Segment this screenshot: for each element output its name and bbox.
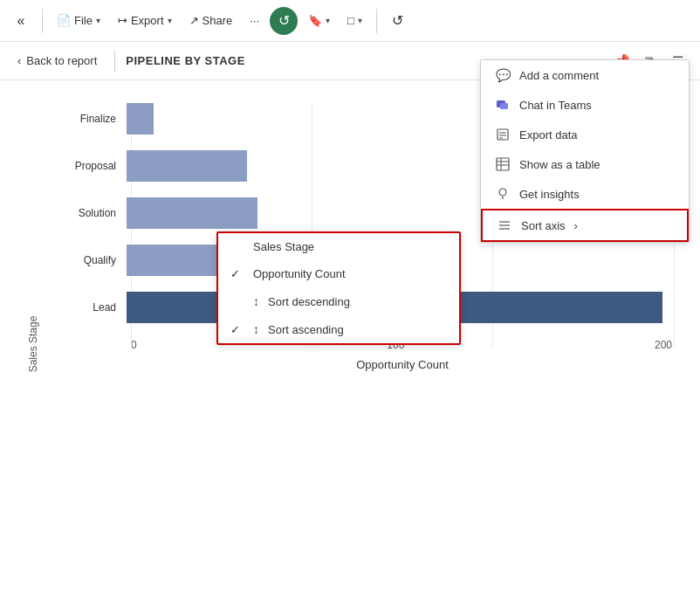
export-chevron-icon: ▾	[168, 16, 172, 25]
toolbar: « 📄 File ▾ ↦ Export ▾ ↗ Share ··· ↺ 🔖 ▾ …	[0, 0, 700, 42]
back-to-report-btn[interactable]: ‹ Back to report	[10, 51, 104, 71]
refresh-btn[interactable]: ↺	[270, 7, 298, 35]
x-axis-label: Opportunity Count	[131, 358, 674, 371]
sort-descending-label: Sort descending	[268, 295, 350, 308]
toolbar-separator-1	[42, 9, 43, 33]
bookmark-btn[interactable]: 🔖 ▾	[301, 10, 337, 31]
sort-axis-icon	[497, 218, 512, 232]
share-icon: ↗	[189, 14, 199, 27]
add-comment-label: Add a comment	[519, 69, 599, 82]
more-btn[interactable]: ···	[243, 10, 266, 31]
chat-teams-icon	[495, 98, 511, 112]
show-table-icon	[495, 157, 511, 171]
context-export-data[interactable]: Export data	[481, 120, 689, 149]
file-chevron-icon: ▾	[96, 16, 100, 25]
sort-menu-item-sales-stage[interactable]: Sales Stage	[218, 233, 459, 260]
share-btn[interactable]: ↗ Share	[182, 10, 240, 31]
bar-label-qualify: Qualify	[65, 254, 127, 266]
sort-asc-icon: ↕	[253, 322, 259, 336]
bar-label-proposal: Proposal	[65, 160, 127, 172]
bar-fill-proposal	[127, 150, 247, 182]
bar-label-lead: Lead	[65, 301, 127, 314]
bar-fill-finalize	[127, 103, 154, 135]
svg-rect-1	[500, 103, 508, 109]
bar-label-solution: Solution	[65, 207, 127, 219]
context-add-comment[interactable]: 💬 Add a comment	[481, 60, 689, 90]
sort-menu: Sales Stage ✓ Opportunity Count ↕ Sort d…	[216, 231, 461, 345]
show-table-label: Show as a table	[519, 158, 600, 171]
sales-stage-label: Sales Stage	[253, 240, 314, 253]
check-ascending: ✓	[230, 323, 244, 336]
file-btn[interactable]: 📄 File ▾	[50, 10, 107, 31]
context-get-insights[interactable]: Get insights	[481, 179, 689, 209]
export-btn[interactable]: ↦ Export ▾	[111, 10, 179, 31]
context-chat-teams[interactable]: Chat in Teams	[481, 90, 689, 120]
opportunity-count-label: Opportunity Count	[253, 267, 346, 280]
add-comment-icon: 💬	[495, 68, 511, 82]
bar-fill-solution	[127, 197, 257, 229]
view-chevron-icon: ▾	[358, 16, 362, 25]
undo-icon: ↺	[392, 12, 403, 29]
export-icon: ↦	[118, 14, 127, 27]
svg-point-10	[499, 189, 506, 196]
view-icon: □	[347, 14, 354, 27]
back-arrow-icon: ‹	[17, 54, 21, 67]
export-data-label: Export data	[519, 128, 578, 141]
file-icon: 📄	[57, 14, 71, 27]
bookmark-chevron-icon: ▾	[326, 16, 330, 25]
chat-teams-label: Chat in Teams	[519, 99, 592, 112]
context-sort-axis[interactable]: Sort axis ›	[481, 209, 689, 242]
get-insights-icon	[495, 187, 511, 201]
sort-menu-item-opportunity-count[interactable]: ✓ Opportunity Count	[218, 260, 459, 287]
get-insights-label: Get insights	[519, 188, 580, 201]
context-show-table[interactable]: Show as a table	[481, 149, 689, 179]
toolbar-separator-2	[376, 9, 377, 33]
sort-menu-item-ascending[interactable]: ✓ ↕ Sort ascending	[218, 315, 459, 343]
refresh-icon: ↺	[278, 12, 290, 29]
undo-btn[interactable]: ↺	[384, 7, 412, 35]
check-opportunity-count: ✓	[230, 267, 244, 280]
export-data-icon	[495, 128, 511, 141]
page-title: PIPELINE BY STAGE	[126, 54, 245, 67]
sort-ascending-label: Sort ascending	[268, 323, 344, 336]
context-menu: 💬 Add a comment Chat in Teams Export dat…	[480, 59, 690, 243]
x-tick-2: 200	[655, 339, 672, 351]
x-tick-0: 0	[131, 339, 137, 351]
header-divider	[114, 51, 115, 72]
expand-icon: «	[17, 13, 25, 29]
bookmark-icon: 🔖	[308, 14, 322, 27]
svg-rect-6	[497, 158, 509, 170]
view-btn[interactable]: □ ▾	[340, 10, 369, 31]
sort-menu-item-descending[interactable]: ↕ Sort descending	[218, 287, 459, 315]
expand-btn[interactable]: «	[7, 7, 35, 35]
more-icon: ···	[250, 14, 259, 27]
sort-desc-icon: ↕	[253, 294, 259, 308]
y-axis-label: Sales Stage	[27, 315, 39, 372]
sort-axis-chevron-icon: ›	[574, 219, 578, 232]
bar-label-finalize: Finalize	[65, 113, 127, 125]
sort-axis-label: Sort axis	[521, 219, 566, 232]
